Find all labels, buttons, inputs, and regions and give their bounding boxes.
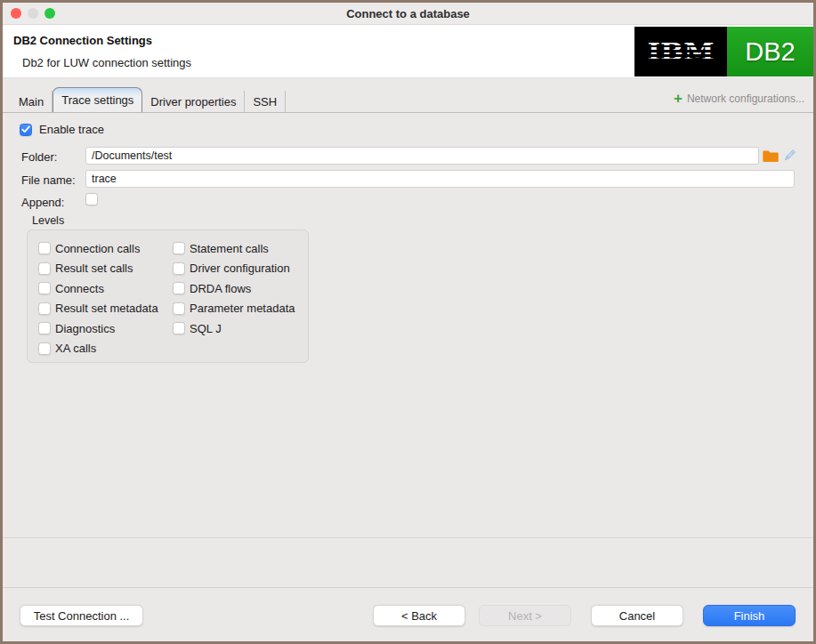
network-configurations-link[interactable]: + Network configurations... [674,93,804,105]
level-row: Parameter metadata [173,302,295,315]
ibm-db2-logo: IBM DB2 [634,27,813,76]
connects-checkbox[interactable] [38,282,51,294]
window-title: Connect to a database [3,3,813,25]
footer-separator [3,587,813,588]
folder-label: Folder: [21,150,57,164]
checkbox-label: Connection calls [55,242,140,255]
checkbox-label: Result set metadata [55,302,158,315]
tab-ssh[interactable]: SSH [245,91,286,112]
statement-calls-checkbox[interactable] [173,242,185,254]
level-row: XA calls [38,342,158,355]
levels-group: Connection calls Result set calls Connec… [27,229,309,363]
tab-driver-properties[interactable]: Driver properties [142,91,245,112]
enable-trace-row: Enable trace [20,123,104,136]
checkbox-label: XA calls [55,342,96,355]
level-row: Driver configuration [173,262,295,275]
driver-configuration-checkbox[interactable] [173,262,185,275]
level-row: Connects [38,282,158,294]
network-configurations-label: Network configurations... [687,93,804,105]
enable-trace-checkbox[interactable] [20,124,32,136]
db2-logo: DB2 [727,27,813,76]
tab-bar: Main Trace settings Driver properties SS… [3,88,813,113]
level-row: Result set calls [38,262,158,275]
checkbox-label: Statement calls [190,242,269,255]
plus-icon: + [674,93,683,104]
checkbox-label: Driver configuration [190,262,290,275]
levels-group-label: Levels [32,214,64,227]
checkbox-label: SQL J [190,322,222,335]
level-row: DRDA flows [173,282,295,294]
level-row: SQL J [173,322,295,334]
cancel-button[interactable]: Cancel [591,605,683,626]
titlebar: Connect to a database [3,3,813,25]
append-checkbox[interactable] [85,193,98,205]
folder-icon[interactable] [763,149,779,166]
checkbox-label: Parameter metadata [190,302,295,315]
file-name-label: File name: [21,173,76,187]
level-row: Connection calls [38,242,158,254]
back-button[interactable]: < Back [373,605,465,626]
finish-button[interactable]: Finish [703,605,796,626]
checkbox-label: Connects [55,282,104,295]
tab-trace-settings[interactable]: Trace settings [53,87,142,112]
xa-calls-checkbox[interactable] [38,342,51,355]
file-name-input[interactable] [85,170,795,188]
result-set-calls-checkbox[interactable] [38,262,51,275]
test-connection-button[interactable]: Test Connection ... [20,605,143,626]
checkbox-label: Diagnostics [55,322,115,335]
pencil-icon[interactable] [782,149,796,166]
checkbox-label: DRDA flows [190,282,251,295]
append-label: Append: [21,196,64,209]
drda-flows-checkbox[interactable] [173,282,185,294]
ibm-stripes-decoration [634,38,727,65]
sql-j-checkbox[interactable] [173,322,185,334]
next-button: Next > [479,605,571,626]
connection-calls-checkbox[interactable] [38,242,51,254]
page-title: DB2 Connection Settings [13,34,152,47]
page-subtitle: Db2 for LUW connection settings [22,56,191,69]
ibm-logo: IBM [634,27,727,76]
enable-trace-label: Enable trace [39,123,104,136]
diagnostics-checkbox[interactable] [38,322,51,334]
level-row: Diagnostics [38,322,158,334]
parameter-metadata-checkbox[interactable] [173,302,185,315]
tab-main[interactable]: Main [10,91,53,112]
checkbox-label: Result set calls [55,262,133,275]
connect-database-dialog: Connect to a database DB2 Connection Set… [0,0,816,644]
dialog-header: DB2 Connection Settings Db2 for LUW conn… [3,25,813,78]
level-row: Statement calls [173,242,295,254]
level-row: Result set metadata [38,302,158,315]
folder-input[interactable] [85,147,759,165]
result-set-metadata-checkbox[interactable] [38,302,51,315]
content-separator [3,537,813,538]
